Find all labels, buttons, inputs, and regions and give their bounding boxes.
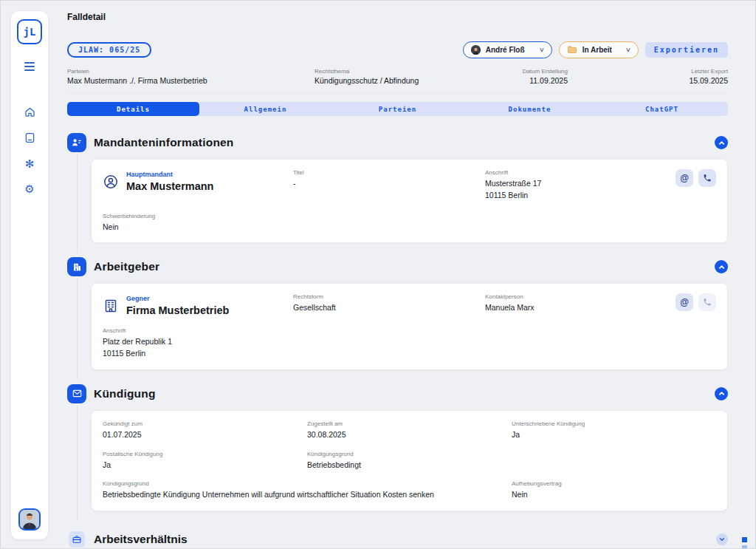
company-icon: [103, 298, 119, 314]
schwerbehinderung-label: Schwerbehinderung: [103, 213, 155, 219]
client-info-icon: [67, 133, 86, 152]
chevron-down-icon: ∨: [625, 47, 631, 53]
tab-details[interactable]: Details: [67, 102, 199, 116]
titel-value: -: [293, 178, 485, 190]
case-number-badge: JLAW: 065/25: [67, 42, 151, 58]
email-at-icon[interactable]: @: [676, 169, 693, 187]
section-title: Arbeitsverhältnis: [94, 533, 188, 546]
employer-building-icon: [67, 257, 86, 276]
app-logo[interactable]: jL: [17, 19, 42, 44]
menu-icon[interactable]: [24, 62, 35, 71]
email-at-icon[interactable]: @: [676, 293, 693, 311]
briefcase-icon: [69, 531, 85, 548]
kuendigungsgrund-value: Betriebsbedingt: [307, 460, 512, 471]
scroll-indicator: [742, 537, 747, 542]
titel-label: Titel: [293, 169, 485, 176]
section-title: Mandanteninformationen: [94, 136, 234, 149]
section-title: Kündigung: [94, 387, 156, 400]
section-arbeitsverhaeltnis[interactable]: Arbeitsverhältnis: [67, 530, 728, 549]
rechtsthema-label: Rechtsthema: [315, 68, 495, 75]
rechtsthema-value: Kündigungsschutz / Abfindung: [315, 76, 495, 85]
status-dropdown[interactable]: In Arbeit ∨: [559, 41, 639, 58]
gekuendigt-zum-label: Gekündigt zum: [103, 420, 307, 427]
export-button[interactable]: Exportieren: [645, 42, 728, 58]
schwerbehinderung-value: Nein: [103, 222, 155, 233]
section-title: Arbeitgeber: [94, 260, 159, 273]
gekuendigt-zum-value: 01.07.2025: [103, 429, 307, 441]
journal-icon[interactable]: [23, 131, 36, 144]
role-label: Hauptmandant: [126, 171, 213, 178]
created-label: Datum Erstellung: [495, 68, 568, 75]
tab-dokumente[interactable]: Dokumente: [464, 102, 596, 116]
rechtsform-value: Gesellschaft: [293, 302, 485, 314]
aufhebungsvertrag-value: Nein: [512, 489, 716, 501]
rechtsform-label: Rechtsform: [293, 293, 485, 300]
unterschriebene-kuendigung-label: Unterschriebene Kündigung: [512, 420, 716, 427]
status-value: In Arbeit: [583, 46, 612, 54]
tab-chatgpt[interactable]: ChatGPT: [596, 102, 728, 116]
last-export-value: 15.09.2025: [568, 76, 728, 85]
role-label: Gegner: [126, 295, 229, 302]
user-avatar[interactable]: [18, 508, 41, 531]
parteien-label: Parteien: [67, 68, 315, 75]
kuendigungsgrund-text-label: Kündigungsgrund: [103, 480, 512, 487]
client-card: Hauptmandant Max Mustermann Titel - Ansc…: [91, 159, 728, 243]
home-icon[interactable]: [23, 105, 36, 118]
employer-name: Firma Musterbetrieb: [126, 304, 229, 316]
openai-icon[interactable]: ✻: [23, 157, 36, 170]
divider: [67, 93, 728, 94]
tab-parteien[interactable]: Parteien: [331, 102, 464, 116]
assignee-value: André Floß: [486, 46, 525, 54]
kontaktperson-value: Manuela Marx: [485, 302, 676, 314]
last-export-label: Letzter Export: [568, 68, 728, 75]
phone-icon-disabled: [698, 293, 716, 311]
collapse-button[interactable]: [715, 260, 728, 273]
section-mandanteninformationen: Mandanteninformationen Hauptmandant: [67, 132, 728, 253]
postalische-kuendigung-label: Postalische Kündigung: [103, 451, 307, 457]
aufhebungsvertrag-label: Aufhebungsvertrag: [512, 480, 716, 487]
collapse-button[interactable]: [715, 387, 728, 400]
client-name: Max Mustermann: [126, 180, 213, 192]
termination-card: Gekündigt zum 01.07.2025 Zugestellt am 3…: [91, 410, 728, 511]
anschrift-label: Anschrift: [485, 169, 676, 176]
sidebar: jL ✻ ⚙: [11, 11, 48, 539]
anschrift-line1: Platz der Republik 1: [103, 337, 172, 346]
zugestellt-am-label: Zugestellt am: [307, 420, 512, 427]
anschrift-label: Anschrift: [103, 327, 172, 334]
kuendigungsgrund-text-value: Betriebsbedingte Kündigung Unternehmen w…: [103, 489, 512, 501]
chevron-down-icon: ∨: [539, 47, 545, 53]
main-content: Falldetail JLAW: 065/25 André Floß ∨ In …: [67, 1, 728, 549]
section-arbeitgeber: Arbeitgeber Gegner Firma Muste: [67, 256, 728, 380]
zugestellt-am-value: 30.08.2025: [307, 429, 512, 441]
anschrift-line2: 10115 Berlin: [485, 191, 528, 200]
tab-allgemein[interactable]: Allgemein: [199, 102, 331, 116]
anschrift-line2: 10115 Berlin: [103, 349, 145, 358]
termination-mail-icon: [67, 384, 86, 403]
settings-gear-icon[interactable]: ⚙: [23, 183, 36, 196]
postalische-kuendigung-value: Ja: [103, 460, 307, 471]
tab-bar: Details Allgemein Parteien Dokumente Cha…: [67, 102, 728, 116]
sidebar-nav: ✻ ⚙: [23, 105, 36, 196]
expand-button[interactable]: [716, 533, 728, 545]
header-controls: JLAW: 065/25 André Floß ∨ In Arbeit ∨ Ex…: [67, 41, 728, 58]
person-circle-icon: [103, 174, 119, 190]
section-kuendigung: Kündigung Gekündigt zum 01.07.2025 Zuges…: [67, 383, 728, 521]
scroll-indicator-secondary: [742, 545, 747, 548]
case-meta: Parteien Max Mustermann ./. Firma Muster…: [67, 68, 728, 85]
anschrift-line1: Musterstraße 17: [485, 179, 541, 188]
assignee-dropdown[interactable]: André Floß ∨: [463, 41, 552, 58]
page-title: Falldetail: [67, 12, 728, 22]
phone-icon[interactable]: [698, 169, 716, 187]
kuendigungsgrund-label: Kündigungsgrund: [307, 451, 512, 457]
unterschriebene-kuendigung-value: Ja: [512, 429, 716, 441]
parteien-value: Max Mustermann ./. Firma Musterbetrieb: [67, 76, 315, 85]
folder-icon: [567, 45, 577, 54]
employer-card: Gegner Firma Musterbetrieb Rechtsform Ge…: [91, 283, 728, 370]
assignee-avatar: [471, 45, 481, 55]
collapse-button[interactable]: [715, 136, 728, 149]
created-value: 11.09.2025: [495, 76, 568, 85]
kontaktperson-label: Kontaktperson: [485, 293, 676, 300]
